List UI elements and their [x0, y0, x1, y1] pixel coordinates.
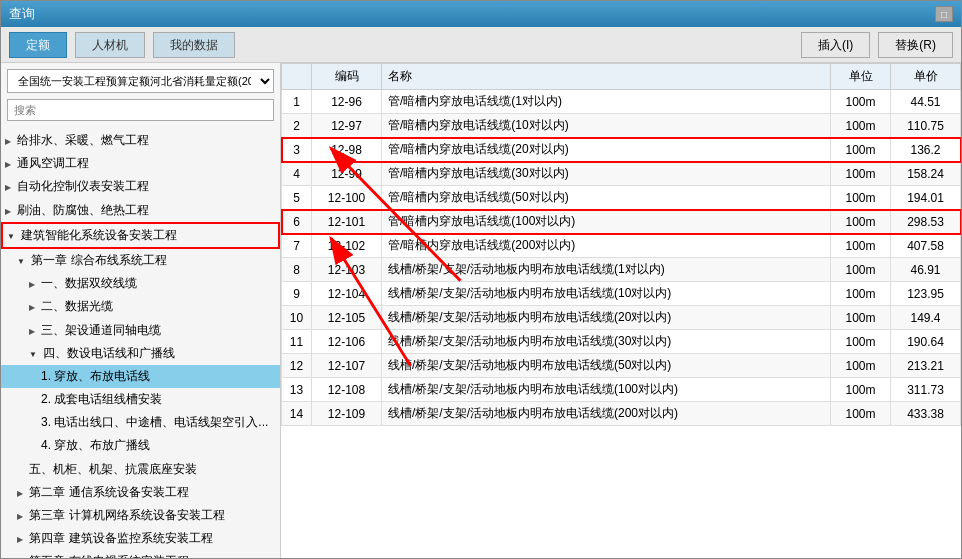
- cell-price: 433.38: [891, 402, 961, 426]
- col-header-price: 单价: [891, 64, 961, 90]
- maximize-button[interactable]: □: [935, 6, 953, 22]
- cell-price: 311.73: [891, 378, 961, 402]
- table-row[interactable]: 6 12-101 管/暗槽内穿放电话线缆(100对以内) 100m 298.53: [282, 210, 961, 234]
- tree-item-geipaishui[interactable]: ▶ 给排水、采暖、燃气工程: [1, 129, 280, 152]
- table-container[interactable]: 编码 名称 单位 单价 1 12-96 管/暗槽内穿放电话线缆(1对以内) 10…: [281, 63, 961, 558]
- cell-price: 110.75: [891, 114, 961, 138]
- expand-icon: ▶: [17, 557, 23, 558]
- cell-num: 9: [282, 282, 312, 306]
- cell-unit: 100m: [831, 186, 891, 210]
- tree-item-dianhua-guangbo[interactable]: ▼ 四、数设电话线和广播线: [1, 342, 280, 365]
- cell-code: 12-109: [312, 402, 382, 426]
- tree-item-chapter2[interactable]: ▶ 第二章 通信系统设备安装工程: [1, 481, 280, 504]
- tab-mydata[interactable]: 我的数据: [153, 32, 235, 58]
- table-row[interactable]: 14 12-109 线槽/桥架/支架/活动地板内明布放电话线缆(200对以内) …: [282, 402, 961, 426]
- tree-item-chuan-fang-guangbo[interactable]: 4. 穿放、布放广播线: [1, 434, 280, 457]
- table-row[interactable]: 1 12-96 管/暗槽内穿放电话线缆(1对以内) 100m 44.51: [282, 90, 961, 114]
- cell-unit: 100m: [831, 282, 891, 306]
- tree-label: 通风空调工程: [17, 156, 89, 170]
- tree-label: 给排水、采暖、燃气工程: [17, 133, 149, 147]
- cell-price: 149.4: [891, 306, 961, 330]
- cell-num: 11: [282, 330, 312, 354]
- tree-item-shuayou[interactable]: ▶ 刷油、防腐蚀、绝热工程: [1, 199, 280, 222]
- table-row[interactable]: 4 12-99 管/暗槽内穿放电话线缆(30对以内) 100m 158.24: [282, 162, 961, 186]
- cell-code: 12-106: [312, 330, 382, 354]
- table-row[interactable]: 2 12-97 管/暗槽内穿放电话线缆(10对以内) 100m 110.75: [282, 114, 961, 138]
- table-row[interactable]: 8 12-103 线槽/桥架/支架/活动地板内明布放电话线缆(1对以内) 100…: [282, 258, 961, 282]
- col-header-num: [282, 64, 312, 90]
- tree-item-tongfeng[interactable]: ▶ 通风空调工程: [1, 152, 280, 175]
- search-input[interactable]: [7, 99, 274, 121]
- expand-icon: ▶: [5, 182, 11, 195]
- cell-code: 12-101: [312, 210, 382, 234]
- tree-label: 第一章 综合布线系统工程: [31, 253, 166, 267]
- cell-num: 6: [282, 210, 312, 234]
- tree-label: 刷油、防腐蚀、绝热工程: [17, 203, 149, 217]
- tree-label: 第五章 有线电视系统安装工程: [29, 554, 188, 558]
- tree-label: 第二章 通信系统设备安装工程: [29, 485, 188, 499]
- tree-item-chapter1[interactable]: ▼ 第一章 综合布线系统工程: [1, 249, 280, 272]
- cell-unit: 100m: [831, 330, 891, 354]
- expand-icon: ▼: [17, 256, 25, 269]
- table-row[interactable]: 5 12-100 管/暗槽内穿放电话线缆(50对以内) 100m 194.01: [282, 186, 961, 210]
- tree-item-chapter4[interactable]: ▶ 第四章 建筑设备监控系统安装工程: [1, 527, 280, 550]
- table-row[interactable]: 10 12-105 线槽/桥架/支架/活动地板内明布放电话线缆(20对以内) 1…: [282, 306, 961, 330]
- tree-label: 第三章 计算机网络系统设备安装工程: [29, 508, 224, 522]
- tree-label: 自动化控制仪表安装工程: [17, 179, 149, 193]
- cell-name: 线槽/桥架/支架/活动地板内明布放电话线缆(30对以内): [382, 330, 831, 354]
- cell-unit: 100m: [831, 210, 891, 234]
- cell-price: 158.24: [891, 162, 961, 186]
- tree-label: 四、数设电话线和广播线: [43, 346, 175, 360]
- quota-select[interactable]: 全国统一安装工程预算定额河北省消耗量定额(2012): [7, 69, 274, 93]
- cell-price: 407.58: [891, 234, 961, 258]
- tree-item-jianzhu[interactable]: ▼ 建筑智能化系统设备安装工程: [1, 222, 280, 249]
- main-window: 查询 □ 定额 人材机 我的数据 插入(I) 替换(R) 全国统一安装工程预算定…: [0, 0, 962, 559]
- cell-code: 12-102: [312, 234, 382, 258]
- tree-item-chapter5[interactable]: ▶ 第五章 有线电视系统安装工程: [1, 550, 280, 558]
- tree-item-chapter3[interactable]: ▶ 第三章 计算机网络系统设备安装工程: [1, 504, 280, 527]
- cell-unit: 100m: [831, 258, 891, 282]
- expand-icon: ▶: [17, 511, 23, 524]
- cell-price: 213.21: [891, 354, 961, 378]
- table-row[interactable]: 7 12-102 管/暗槽内穿放电话线缆(200对以内) 100m 407.58: [282, 234, 961, 258]
- tree-item-dianhua-chuxian[interactable]: 3. 电话出线口、中途槽、电话线架空引入...: [1, 411, 280, 434]
- cell-price: 190.64: [891, 330, 961, 354]
- table-row[interactable]: 12 12-107 线槽/桥架/支架/活动地板内明布放电话线缆(50对以内) 1…: [282, 354, 961, 378]
- insert-button[interactable]: 插入(I): [801, 32, 870, 58]
- dropdown-area: 全国统一安装工程预算定额河北省消耗量定额(2012): [1, 63, 280, 99]
- tree-item-cheng-tao[interactable]: 2. 成套电话组线槽安装: [1, 388, 280, 411]
- table-row[interactable]: 3 12-98 管/暗槽内穿放电话线缆(20对以内) 100m 136.2: [282, 138, 961, 162]
- cell-code: 12-108: [312, 378, 382, 402]
- replace-button[interactable]: 替换(R): [878, 32, 953, 58]
- tree-item-jigui-jijia[interactable]: 五、机柜、机架、抗震底座安装: [1, 458, 280, 481]
- tree-item-shuju-guanglan[interactable]: ▶ 二、数据光缆: [1, 295, 280, 318]
- window-controls: □: [935, 6, 953, 22]
- tab-dinge[interactable]: 定额: [9, 32, 67, 58]
- cell-code: 12-100: [312, 186, 382, 210]
- cell-price: 136.2: [891, 138, 961, 162]
- cell-name: 管/暗槽内穿放电话线缆(10对以内): [382, 114, 831, 138]
- cell-code: 12-103: [312, 258, 382, 282]
- left-panel: 全国统一安装工程预算定额河北省消耗量定额(2012) ▶ 给排水、采暖、燃气工程…: [1, 63, 281, 558]
- expand-icon: ▼: [7, 231, 15, 244]
- tree-label: 4. 穿放、布放广播线: [41, 438, 150, 452]
- tree-item-jia-she[interactable]: ▶ 三、架设通道同轴电缆: [1, 319, 280, 342]
- cell-num: 7: [282, 234, 312, 258]
- cell-unit: 100m: [831, 234, 891, 258]
- cell-num: 3: [282, 138, 312, 162]
- tree-item-shuju-shuangjiao[interactable]: ▶ 一、数据双绞线缆: [1, 272, 280, 295]
- table-row[interactable]: 9 12-104 线槽/桥架/支架/活动地板内明布放电话线缆(10对以内) 10…: [282, 282, 961, 306]
- tab-rencaiji[interactable]: 人材机: [75, 32, 145, 58]
- cell-code: 12-99: [312, 162, 382, 186]
- tree-item-zidonghua[interactable]: ▶ 自动化控制仪表安装工程: [1, 175, 280, 198]
- tree-label: 二、数据光缆: [41, 299, 113, 313]
- expand-icon: ▶: [17, 534, 23, 547]
- tree-label: 1. 穿放、布放电话线: [41, 369, 150, 383]
- tree-item-chuan-fang-dianhua[interactable]: 1. 穿放、布放电话线: [1, 365, 280, 388]
- cell-code: 12-96: [312, 90, 382, 114]
- cell-code: 12-97: [312, 114, 382, 138]
- table-row[interactable]: 13 12-108 线槽/桥架/支架/活动地板内明布放电话线缆(100对以内) …: [282, 378, 961, 402]
- expand-icon: ▼: [29, 349, 37, 362]
- expand-icon: ▶: [5, 136, 11, 149]
- table-row[interactable]: 11 12-106 线槽/桥架/支架/活动地板内明布放电话线缆(30对以内) 1…: [282, 330, 961, 354]
